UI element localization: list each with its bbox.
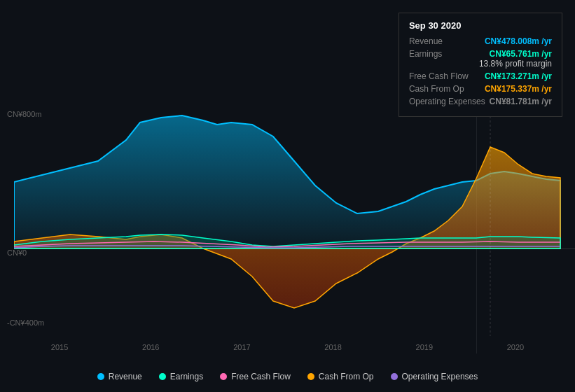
tooltip-row-fcf: Free Cash Flow CN¥173.271m /yr bbox=[409, 71, 552, 81]
tooltip-title: Sep 30 2020 bbox=[409, 20, 552, 31]
earnings-value: CN¥65.761m /yr bbox=[479, 49, 552, 59]
x-label-2016: 2016 bbox=[105, 343, 196, 351]
legend-opex[interactable]: Operating Expenses bbox=[391, 372, 478, 382]
x-label-2015: 2015 bbox=[14, 343, 105, 351]
revenue-dot bbox=[97, 373, 104, 380]
chart-container: Sep 30 2020 Revenue CN¥478.008m /yr Earn… bbox=[0, 0, 575, 392]
x-label-2020: 2020 bbox=[470, 343, 561, 351]
cashop-dot bbox=[307, 373, 314, 380]
earnings-sub: 13.8% profit margin bbox=[479, 59, 552, 69]
legend-cashop-label: Cash From Op bbox=[319, 372, 374, 382]
legend-earnings[interactable]: Earnings bbox=[159, 372, 203, 382]
tooltip-row-revenue: Revenue CN¥478.008m /yr bbox=[409, 36, 552, 46]
fcf-value: CN¥173.271m /yr bbox=[485, 71, 552, 81]
opex-label: Operating Expenses bbox=[409, 97, 485, 106]
legend-earnings-label: Earnings bbox=[170, 372, 203, 382]
fcf-label: Free Cash Flow bbox=[409, 71, 479, 81]
legend-fcf[interactable]: Free Cash Flow bbox=[220, 372, 291, 382]
legend-fcf-label: Free Cash Flow bbox=[231, 372, 291, 382]
earnings-block: CN¥65.761m /yr 13.8% profit margin bbox=[479, 49, 552, 69]
cashop-label: Cash From Op bbox=[409, 84, 479, 94]
opex-dot bbox=[391, 373, 398, 380]
earnings-label: Earnings bbox=[409, 49, 479, 59]
x-label-2018: 2018 bbox=[288, 343, 379, 351]
x-label-2017: 2017 bbox=[196, 343, 287, 351]
legend-revenue-label: Revenue bbox=[109, 372, 142, 382]
tooltip-row-earnings: Earnings CN¥65.761m /yr 13.8% profit mar… bbox=[409, 49, 552, 69]
legend-revenue[interactable]: Revenue bbox=[97, 372, 142, 382]
legend-opex-label: Operating Expenses bbox=[402, 372, 478, 382]
revenue-value: CN¥478.008m /yr bbox=[485, 36, 552, 46]
x-axis: 2015 2016 2017 2018 2019 2020 bbox=[0, 343, 575, 351]
x-label-2019: 2019 bbox=[379, 343, 470, 351]
legend-cashop[interactable]: Cash From Op bbox=[307, 372, 374, 382]
opex-value: CN¥81.781m /yr bbox=[490, 97, 552, 106]
tooltip-row-opex: Operating Expenses CN¥81.781m /yr bbox=[409, 97, 552, 106]
fcf-dot bbox=[220, 373, 227, 380]
cashop-value: CN¥175.337m /yr bbox=[485, 84, 552, 94]
tooltip-box: Sep 30 2020 Revenue CN¥478.008m /yr Earn… bbox=[399, 13, 562, 117]
legend: Revenue Earnings Free Cash Flow Cash Fro… bbox=[0, 372, 575, 382]
revenue-label: Revenue bbox=[409, 36, 479, 46]
tooltip-row-cashop: Cash From Op CN¥175.337m /yr bbox=[409, 84, 552, 94]
earnings-dot bbox=[159, 373, 166, 380]
